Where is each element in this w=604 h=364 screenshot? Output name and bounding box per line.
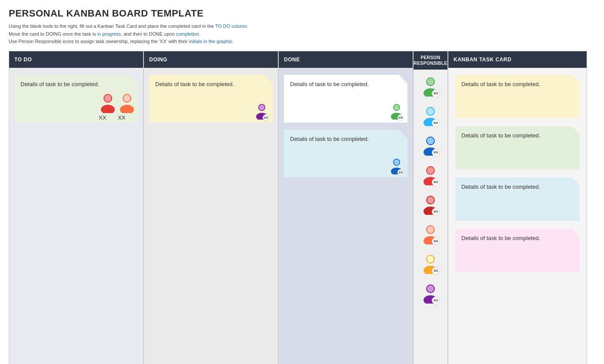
column-done-header: DONE — [279, 51, 413, 68]
kanban-card-4[interactable]: Details of task to be completed. — [455, 229, 580, 272]
instruction-line-3: Use Person Responsible icons to assign t… — [9, 38, 595, 46]
column-kanban: KANBAN TASK CARD Details of task to be c… — [448, 51, 587, 364]
kanban-card-1[interactable]: Details of task to be completed. — [455, 75, 580, 118]
person-blue: XX — [421, 136, 440, 157]
column-done-body: Details of task to be completed. XX — [279, 68, 413, 364]
svg-point-29 — [427, 197, 434, 204]
kanban-card-3[interactable]: Details of task to be completed. — [455, 177, 580, 221]
column-kanban-header: KANBAN TASK CARD — [448, 51, 587, 68]
person-gold: XX — [421, 254, 440, 276]
svg-point-23 — [427, 137, 434, 144]
todo-card-avatars: XX XX — [99, 93, 136, 121]
column-todo-body: Details of task to be completed. XX — [9, 68, 143, 364]
column-person-body: XX XX — [414, 70, 447, 364]
person-purple: XX — [421, 284, 440, 305]
column-todo: TO DO Details of task to be completed. — [9, 51, 143, 364]
person-red2: XX — [421, 195, 440, 217]
todo-avatar-orange: XX — [118, 93, 136, 121]
done-card-2[interactable]: Details of task to be completed. XX — [284, 130, 407, 177]
person-red1: XX — [421, 165, 440, 187]
svg-point-11 — [394, 104, 400, 110]
column-done: DONE Details of task to be completed. X — [278, 51, 413, 364]
person-orange: XX — [421, 224, 440, 246]
svg-point-20 — [427, 108, 434, 115]
svg-point-32 — [427, 226, 434, 233]
doing-card-1[interactable]: Details of task to be completed. XX — [149, 75, 273, 123]
svg-point-2 — [104, 95, 111, 102]
column-person: PERSONRESPONSIBLE XX — [413, 51, 448, 364]
done-avatar-green: XX — [389, 103, 404, 121]
svg-point-4 — [120, 105, 134, 113]
todo-card-1[interactable]: Details of task to be completed. XX — [14, 75, 138, 123]
svg-point-38 — [427, 285, 434, 292]
column-doing-body: Details of task to be completed. XX — [144, 68, 278, 364]
column-kanban-body: Details of task to be completed. Details… — [448, 68, 587, 364]
svg-point-35 — [427, 256, 434, 263]
svg-point-26 — [427, 167, 434, 174]
person-green: XX — [421, 77, 440, 98]
instructions: Using the blank tools to the right, fill… — [9, 23, 595, 46]
instruction-line-2: Move the card to DOING once the task is … — [9, 30, 595, 38]
kanban-card-2[interactable]: Details of task to be completed. — [455, 126, 580, 170]
instruction-line-1: Using the blank tools to the right, fill… — [9, 23, 595, 30]
svg-point-8 — [259, 104, 265, 110]
done-avatar-blue: XX — [389, 158, 404, 176]
column-person-header: PERSONRESPONSIBLE — [414, 51, 447, 70]
svg-point-14 — [394, 159, 400, 165]
done-card-1[interactable]: Details of task to be completed. XX — [284, 75, 407, 123]
person-light-blue: XX — [421, 106, 440, 128]
todo-avatar-red: XX — [99, 93, 117, 121]
svg-point-5 — [123, 95, 130, 102]
column-doing-header: DOING — [144, 51, 278, 68]
column-todo-header: TO DO — [9, 51, 143, 68]
svg-point-17 — [427, 78, 434, 85]
doing-avatar-purple: XX — [254, 103, 269, 121]
page-title: PERSONAL KANBAN BOARD TEMPLATE — [9, 8, 595, 19]
svg-point-1 — [101, 105, 115, 113]
column-doing: DOING Details of task to be completed. — [143, 51, 278, 364]
